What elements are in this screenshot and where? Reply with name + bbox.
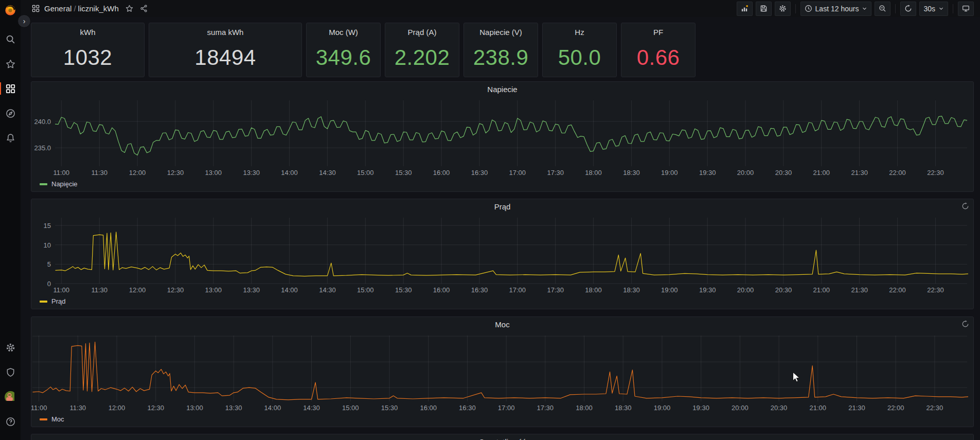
topbar: General/licznik_kWh Last 12 hours bbox=[21, 0, 980, 17]
stat-value: 238.9 bbox=[464, 39, 538, 77]
time-series-plot[interactable] bbox=[55, 218, 967, 284]
x-axis-tick: 19:00 bbox=[661, 286, 678, 294]
explore-compass-icon[interactable] bbox=[0, 106, 21, 120]
save-dashboard-button[interactable] bbox=[756, 2, 772, 16]
panel-title[interactable]: Moc (W) bbox=[307, 23, 380, 37]
x-axis-tick: 13:30 bbox=[243, 286, 260, 294]
panel-title[interactable]: Prąd (A) bbox=[385, 23, 459, 37]
time-series-plot[interactable] bbox=[55, 100, 967, 166]
refresh-interval-label: 30s bbox=[923, 5, 935, 13]
stat-value: 2.202 bbox=[385, 39, 459, 77]
y-axis-tick: 0 bbox=[31, 280, 51, 288]
panel-title[interactable]: suma kWh bbox=[149, 23, 301, 37]
stat-panel-prad: Prąd (A) 2.202 bbox=[385, 23, 459, 77]
legend-item[interactable]: Moc bbox=[40, 415, 64, 423]
breadcrumb[interactable]: General/licznik_kWh bbox=[44, 4, 119, 13]
stat-panel-suma-kwh: suma kWh 18494 bbox=[149, 23, 302, 77]
panel-title[interactable]: Prąd bbox=[31, 202, 973, 211]
x-axis-tick: 12:30 bbox=[147, 404, 164, 412]
breadcrumb-section[interactable]: General bbox=[44, 4, 72, 13]
help-icon[interactable] bbox=[0, 414, 21, 429]
x-axis-tick: 17:30 bbox=[547, 169, 564, 177]
x-axis-tick: 18:00 bbox=[585, 169, 602, 177]
panel-title[interactable]: Hz bbox=[543, 23, 616, 37]
x-axis-tick: 18:00 bbox=[576, 404, 593, 412]
x-axis-tick: 11:30 bbox=[91, 286, 108, 294]
zoom-out-button[interactable] bbox=[875, 2, 890, 16]
dashboard-settings-button[interactable] bbox=[775, 2, 791, 16]
x-axis-tick: 22:00 bbox=[889, 286, 906, 294]
x-axis-tick: 18:30 bbox=[623, 169, 640, 177]
starred-icon[interactable] bbox=[0, 57, 21, 71]
x-axis-tick: 12:30 bbox=[167, 169, 184, 177]
x-axis-tick: 19:30 bbox=[692, 404, 709, 412]
topbar-divider bbox=[795, 4, 796, 13]
chart-panel-moc: Moc Moc 11:0011:3012:0012:3013:0013:3014… bbox=[31, 316, 974, 427]
panel-refresh-icon[interactable] bbox=[961, 202, 969, 210]
legend-swatch bbox=[40, 183, 47, 185]
admin-shield-icon[interactable] bbox=[0, 365, 21, 379]
x-axis-tick: 15:00 bbox=[342, 404, 359, 412]
stat-panel-hz: Hz 50.0 bbox=[542, 23, 617, 77]
star-dashboard-icon[interactable] bbox=[126, 5, 133, 12]
panel-title[interactable]: Napiecie bbox=[31, 85, 973, 94]
legend-item[interactable]: Napięcie bbox=[40, 180, 78, 188]
add-panel-button[interactable] bbox=[737, 2, 753, 16]
time-range-picker[interactable]: Last 12 hours bbox=[800, 2, 872, 16]
x-axis-tick: 21:00 bbox=[809, 404, 826, 412]
x-axis-tick: 15:00 bbox=[357, 286, 374, 294]
x-axis-tick: 19:00 bbox=[654, 404, 671, 412]
x-axis-tick: 11:00 bbox=[54, 169, 70, 177]
panel-title[interactable]: Napiecie (V) bbox=[464, 23, 538, 37]
breadcrumb-page[interactable]: licznik_kWh bbox=[78, 4, 119, 13]
legend-item[interactable]: Prąd bbox=[40, 297, 65, 305]
panel-refresh-icon[interactable] bbox=[961, 320, 969, 328]
x-axis-tick: 21:30 bbox=[848, 404, 865, 412]
panel-title[interactable]: PF bbox=[621, 23, 695, 37]
y-axis-tick: 240.0 bbox=[31, 118, 51, 126]
panel-title[interactable]: Częstotliwość bbox=[31, 437, 973, 440]
x-axis-tick: 14:30 bbox=[319, 286, 336, 294]
search-icon[interactable] bbox=[0, 32, 21, 46]
x-axis-tick: 13:00 bbox=[205, 286, 222, 294]
x-axis-tick: 16:30 bbox=[459, 404, 476, 412]
cycle-view-mode-button[interactable] bbox=[958, 2, 974, 16]
tv-icon bbox=[962, 5, 970, 12]
user-avatar[interactable] bbox=[0, 390, 21, 404]
x-axis-tick: 17:30 bbox=[537, 404, 554, 412]
time-series-plot[interactable] bbox=[32, 336, 967, 401]
chevron-down-icon bbox=[862, 6, 867, 11]
x-axis-tick: 11:30 bbox=[70, 404, 86, 412]
panel-title[interactable]: kWh bbox=[31, 23, 144, 37]
share-dashboard-icon[interactable] bbox=[140, 5, 148, 12]
x-axis-tick: 12:00 bbox=[129, 169, 146, 177]
x-axis-tick: 11:00 bbox=[31, 404, 47, 412]
sidebar-expand-button[interactable]: › bbox=[17, 14, 31, 28]
x-axis-tick: 20:30 bbox=[771, 404, 788, 412]
x-axis-tick: 22:30 bbox=[926, 404, 943, 412]
x-axis-tick: 14:30 bbox=[303, 404, 320, 412]
y-axis-tick: 5 bbox=[31, 260, 51, 268]
apps-grid-icon bbox=[32, 5, 40, 12]
topbar-divider bbox=[953, 4, 953, 13]
x-axis-tick: 15:00 bbox=[357, 169, 374, 177]
x-axis-tick: 19:30 bbox=[699, 286, 716, 294]
settings-gear-icon[interactable] bbox=[0, 340, 21, 355]
grafana-logo[interactable] bbox=[4, 3, 17, 16]
sidebar-item-dashboards[interactable] bbox=[0, 81, 21, 96]
x-axis-tick: 14:30 bbox=[319, 169, 336, 177]
x-axis-tick: 16:30 bbox=[471, 169, 488, 177]
x-axis-tick: 11:30 bbox=[91, 169, 108, 177]
x-axis-tick: 15:30 bbox=[395, 286, 412, 294]
stat-panel-kwh: kWh 1032 bbox=[31, 23, 145, 77]
legend-swatch bbox=[40, 301, 47, 303]
x-axis-tick: 21:30 bbox=[851, 286, 868, 294]
alerting-bell-icon[interactable] bbox=[0, 131, 21, 145]
refresh-interval-picker[interactable]: 30s bbox=[919, 2, 948, 16]
panel-title[interactable]: Moc bbox=[31, 320, 973, 329]
chevron-down-icon bbox=[938, 6, 944, 11]
refresh-dashboard-button[interactable] bbox=[900, 2, 916, 16]
chart-panel-napiecie: Napiecie Napięcie 11:0011:3012:0012:3013… bbox=[31, 81, 974, 192]
stat-value: 50.0 bbox=[543, 39, 616, 77]
x-axis-tick: 12:00 bbox=[129, 286, 146, 294]
